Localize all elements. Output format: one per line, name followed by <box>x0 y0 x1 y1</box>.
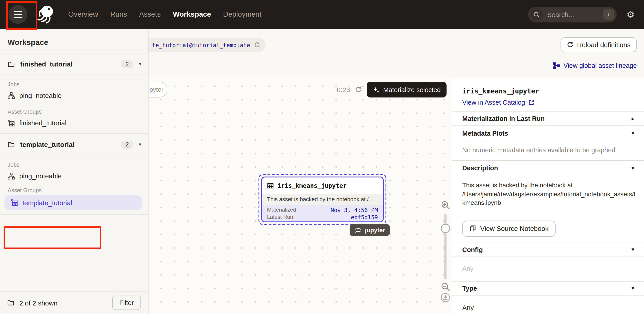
folder-icon <box>8 141 15 148</box>
metadata-empty-text: No numeric metadata entries available to… <box>452 141 644 160</box>
description-line: This asset is backed by the notebook at <box>462 181 634 190</box>
folder-icon <box>8 60 15 68</box>
refresh-icon[interactable] <box>254 42 260 48</box>
zoom-out-button[interactable] <box>441 282 450 292</box>
folder-name: finished_tutorial <box>20 60 72 68</box>
search-box[interactable]: / <box>528 7 616 22</box>
reload-definitions-button[interactable]: Reload definitions <box>560 37 637 52</box>
refresh-icon[interactable] <box>355 86 362 93</box>
nav-item-runs[interactable]: Runs <box>110 10 127 19</box>
external-link-icon <box>528 99 534 106</box>
asset-graph-canvas[interactable]: pyter 0:23 Materialize selected <box>148 78 452 314</box>
asset-groups-heading: Asset Groups <box>0 187 148 194</box>
sidebar-item-group-template-tutorial-selected[interactable]: template_tutorial <box>4 195 142 210</box>
sidebar-item-job-ping-noteable-2[interactable]: ping_noteable <box>0 168 148 182</box>
chevron-down-icon[interactable]: ▾ <box>632 247 634 252</box>
settings-gear-icon[interactable]: ⚙ <box>626 10 634 19</box>
description-body: This asset is backed by the notebook at … <box>452 175 644 242</box>
view-in-asset-catalog-link[interactable]: View in Asset Catalog <box>462 99 534 106</box>
chevron-down-icon[interactable]: ▾ <box>632 165 634 171</box>
asset-node-card[interactable]: iris_kmeans_jupyter This asset is backed… <box>261 177 384 222</box>
top-nav: Overview Runs Assets Workspace Deploymen… <box>0 0 644 29</box>
job-name: ping_noteable <box>19 172 62 180</box>
panel-header: iris_kmeans_jupyter View in Asset Catalo… <box>452 78 644 111</box>
materialized-value[interactable]: Nov 3, 4:56 PM <box>330 206 378 213</box>
sparkle-icon <box>372 86 380 93</box>
refresh-timer: 0:23 <box>337 86 350 93</box>
section-metadata-plots[interactable]: Metadata Plots ▾ <box>452 125 644 141</box>
jupyter-icon <box>354 227 362 233</box>
table-icon <box>267 182 274 189</box>
section-description[interactable]: Description ▾ <box>452 160 644 175</box>
nav-item-workspace[interactable]: Workspace <box>173 10 211 19</box>
filter-button[interactable]: Filter <box>112 295 141 310</box>
asset-groups-heading: Asset Groups <box>0 109 148 115</box>
description-line: /Users/jamie/dev/dagster/examples/tutori… <box>462 190 634 199</box>
asset-group-icon <box>8 119 15 126</box>
section-config[interactable]: Config ▾ <box>452 242 644 256</box>
chevron-right-icon[interactable]: ▸ <box>632 116 634 122</box>
sidebar-folder-finished-tutorial[interactable]: finished_tutorial 2 ▾ <box>0 54 148 75</box>
chevron-down-icon[interactable]: ▾ <box>139 142 141 147</box>
sidebar-title: Workspace <box>0 29 148 53</box>
asset-node-header: iris_kmeans_jupyter <box>262 177 383 194</box>
annotation-box-selected-group <box>4 226 101 249</box>
job-name: ping_noteable <box>19 92 62 99</box>
sidebar-footer: 2 of 2 shown Filter <box>0 291 148 314</box>
asset-group-name: finished_tutorial <box>19 119 66 127</box>
notebook-copy-icon <box>470 225 476 232</box>
workspace-header: te_tutorial@tutorial_template Reload def… <box>148 29 644 78</box>
section-materialization-last-run[interactable]: Materialization in Last Run ▸ <box>452 111 644 125</box>
materialized-label: Materialized <box>267 207 296 213</box>
graph-query-input[interactable]: pyter <box>148 82 168 98</box>
folder-name: template_tutorial <box>20 141 74 148</box>
sidebar-folder-template-tutorial[interactable]: template_tutorial 2 ▾ <box>0 134 148 155</box>
folder-count-badge: 2 <box>121 140 134 148</box>
chevron-down-icon[interactable]: ▾ <box>632 130 634 136</box>
refresh-icon <box>567 41 574 48</box>
latest-run-value[interactable]: ebf5d159 <box>351 214 378 220</box>
download-image-button[interactable] <box>440 292 450 303</box>
zoom-in-button[interactable] <box>441 200 450 210</box>
latest-run-label: Latest Run <box>267 214 293 220</box>
view-global-asset-lineage-link[interactable]: View global asset lineage <box>553 62 637 69</box>
code-location-chip[interactable]: te_tutorial@tutorial_template <box>148 38 266 52</box>
graph-toolbar: 0:23 Materialize selected <box>337 82 446 98</box>
config-value: Any <box>452 256 644 281</box>
workspace-sidebar: Workspace finished_tutorial 2 ▾ Jobs <box>0 29 148 314</box>
lineage-icon <box>553 62 560 69</box>
chevron-down-icon[interactable]: ▾ <box>632 285 634 291</box>
job-graph-icon <box>8 172 15 179</box>
dagster-logo-icon[interactable] <box>35 4 56 25</box>
zoom-slider-handle[interactable] <box>441 224 450 233</box>
folder-count-badge: 2 <box>121 60 134 68</box>
search-input[interactable] <box>546 10 603 19</box>
asset-node-name: iris_kmeans_jupyter <box>277 182 347 189</box>
main-nav-links: Overview Runs Assets Workspace Deploymen… <box>68 10 262 19</box>
sidebar-item-job-ping-noteable[interactable]: ping_noteable <box>0 88 148 102</box>
materialize-selected-button[interactable]: Materialize selected <box>367 82 446 98</box>
shown-count-text: 2 of 2 shown <box>19 299 58 306</box>
app-root: Overview Runs Assets Workspace Deploymen… <box>0 0 644 314</box>
asset-group-icon <box>11 199 18 206</box>
folder-icon <box>7 299 14 306</box>
nav-item-assets[interactable]: Assets <box>139 10 161 19</box>
jobs-heading: Jobs <box>0 81 148 88</box>
description-line: kmeans.ipynb <box>462 199 634 207</box>
search-shortcut-key: / <box>603 9 614 20</box>
nav-item-deployment[interactable]: Deployment <box>223 10 262 19</box>
jobs-heading: Jobs <box>0 162 148 168</box>
sidebar-section-finished-tutorial: Jobs ping_noteable Asset Groups <box>0 81 148 133</box>
section-type[interactable]: Type ▾ <box>452 281 644 295</box>
asset-node-stats: Materialized Nov 3, 4:56 PM Latest Run e… <box>262 205 383 221</box>
asset-node-selected[interactable]: iris_kmeans_jupyter This asset is backed… <box>258 174 386 225</box>
sidebar-item-group-finished-tutorial[interactable]: finished_tutorial <box>0 115 148 129</box>
search-icon <box>530 8 542 21</box>
hamburger-menu-button[interactable] <box>8 5 28 24</box>
type-value: Any <box>452 295 644 314</box>
panel-asset-title: iris_kmeans_jupyter <box>462 87 634 95</box>
compute-kind-tag-jupyter[interactable]: jupyter <box>350 224 390 236</box>
view-source-notebook-button[interactable]: View Source Notebook <box>462 220 556 236</box>
chevron-down-icon[interactable]: ▾ <box>139 61 141 67</box>
nav-item-overview[interactable]: Overview <box>68 10 98 19</box>
